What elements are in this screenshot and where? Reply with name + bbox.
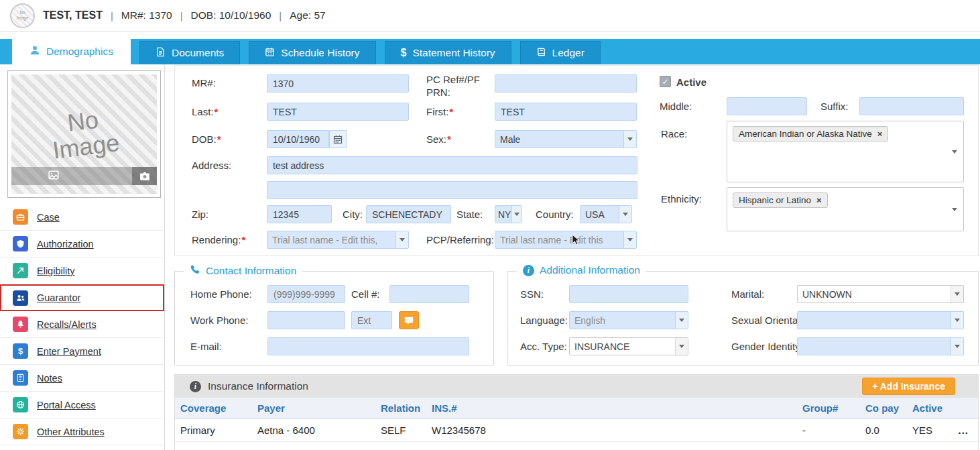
address-line1-input[interactable] xyxy=(267,156,637,174)
sms-chat-button[interactable] xyxy=(399,311,419,329)
ethnicity-tag-text: Hispanic or Latino xyxy=(739,195,811,205)
cell-coverage: Primary xyxy=(175,425,252,436)
home-phone-label: Home Phone: xyxy=(190,288,252,300)
shield-icon xyxy=(13,236,28,251)
patient-mr-number: MR#: 1370 xyxy=(121,9,172,21)
language-select[interactable]: English xyxy=(569,311,688,329)
suffix-label: Suffix: xyxy=(820,101,848,112)
city-input[interactable] xyxy=(366,205,451,223)
chevron-down-icon xyxy=(952,150,957,154)
ethnicity-tag: Hispanic or Latino × xyxy=(733,192,828,208)
calendar-picker-button[interactable] xyxy=(329,130,347,148)
chevron-down-icon xyxy=(951,286,963,302)
ethnicity-multiselect[interactable]: Hispanic or Latino × xyxy=(727,187,964,231)
home-phone-input[interactable] xyxy=(267,285,345,303)
avatar-no-image-text: No Image xyxy=(15,10,31,21)
pcref-input[interactable] xyxy=(495,74,637,93)
sidebar: No Image Case Authorization Eligibility xyxy=(0,64,165,450)
photo-toolbar xyxy=(11,167,157,185)
payer-link[interactable]: Aetna - 6400 xyxy=(252,425,375,436)
patient-header: No Image TEST, TEST | MR#: 1370 | DOB: 1… xyxy=(0,0,980,32)
book-icon xyxy=(536,47,546,60)
last-name-input[interactable] xyxy=(267,103,409,121)
first-name-input[interactable] xyxy=(495,103,637,121)
tab-statement-history[interactable]: $ Statement History xyxy=(385,41,511,64)
people-icon xyxy=(13,290,28,306)
separator: | xyxy=(279,10,282,21)
row-actions-menu[interactable]: ... xyxy=(950,425,978,436)
tab-schedule-history[interactable]: Schedule History xyxy=(249,41,375,64)
sidebar-item-enter-payment[interactable]: $ Enter Payment xyxy=(0,338,164,365)
patient-photo-placeholder: No Image xyxy=(7,70,161,198)
state-select[interactable]: NY xyxy=(495,205,522,223)
pcp-referring-select[interactable]: Trial last name - Edit this xyxy=(495,231,637,249)
app-root: No Image TEST, TEST | MR#: 1370 | DOB: 1… xyxy=(0,0,980,450)
ssn-input[interactable] xyxy=(569,285,688,303)
sidebar-item-recalls-alerts[interactable]: Recalls/Alerts xyxy=(0,311,164,338)
picture-icon[interactable] xyxy=(48,170,59,183)
zip-input[interactable] xyxy=(267,205,332,223)
contact-information-panel: Contact Information Home Phone: Cell #: … xyxy=(174,271,494,365)
additional-information-panel: i Additional Information SSN: Marital: U… xyxy=(507,271,979,365)
no-image-text: No Image xyxy=(38,104,130,165)
notes-icon xyxy=(13,370,28,386)
briefcase-icon xyxy=(13,209,28,225)
column-copay: Co pay xyxy=(860,402,907,414)
chevron-down-icon xyxy=(623,231,636,248)
no-image-area: No Image xyxy=(11,74,157,194)
column-relation: Relation xyxy=(375,402,426,414)
camera-icon[interactable] xyxy=(132,167,157,185)
separator: | xyxy=(180,10,183,21)
dollar-icon: $ xyxy=(13,343,28,359)
active-checkbox[interactable]: ✓ xyxy=(660,76,671,87)
email-input[interactable] xyxy=(267,337,469,355)
dob-input[interactable] xyxy=(267,130,329,148)
account-type-label: Acc. Type: xyxy=(520,341,567,352)
gender-identity-label: Gender Identity: xyxy=(731,341,803,352)
sidebar-item-portal-access[interactable]: Portal Access xyxy=(0,392,164,418)
sexual-orientation-select[interactable] xyxy=(797,311,964,329)
work-ext-input[interactable] xyxy=(351,311,392,329)
patient-name: TEST, TEST xyxy=(43,9,103,21)
country-select[interactable]: USA xyxy=(580,205,632,223)
tab-demographics[interactable]: Demographics xyxy=(12,39,131,64)
account-type-select[interactable]: INSURANCE xyxy=(569,337,688,355)
sidebar-item-guarantor[interactable]: Guarantor xyxy=(0,284,164,311)
cell-phone-input[interactable] xyxy=(389,285,469,303)
race-multiselect[interactable]: American Indian or Alaska Native × xyxy=(727,121,964,182)
middle-name-input[interactable] xyxy=(727,97,807,115)
sidebar-item-notes[interactable]: Notes xyxy=(0,365,164,392)
mr-input[interactable] xyxy=(267,74,409,93)
sidebar-item-case[interactable]: Case xyxy=(0,204,164,231)
sidebar-item-authorization[interactable]: Authorization xyxy=(0,231,164,258)
tab-documents[interactable]: Documents xyxy=(139,41,240,64)
tab-label: Statement History xyxy=(412,47,495,59)
mr-label: MR#: xyxy=(192,77,216,89)
dob-label: DOB:* xyxy=(192,133,221,145)
pcp-referring-value: Trial last name - Edit this xyxy=(495,235,623,245)
race-tag-text: American Indian or Alaska Native xyxy=(739,129,872,139)
address-line2-input[interactable] xyxy=(267,181,637,199)
sidebar-item-eligibility[interactable]: Eligibility xyxy=(0,258,164,284)
work-phone-input[interactable] xyxy=(267,311,345,329)
marital-select[interactable]: UNKNOWN xyxy=(797,285,964,303)
add-insurance-button[interactable]: + Add Insurance xyxy=(862,378,955,395)
suffix-input[interactable] xyxy=(859,97,964,115)
email-label: E-mail: xyxy=(190,341,222,352)
gender-identity-select[interactable] xyxy=(797,337,964,355)
close-icon[interactable]: × xyxy=(877,129,883,139)
chevron-down-icon xyxy=(395,231,408,248)
column-ins-number: INS.# xyxy=(426,402,797,414)
pcp-referring-label: PCP/Referring: xyxy=(426,234,494,245)
state-value: NY xyxy=(495,209,511,220)
active-label: Active xyxy=(676,76,707,88)
sidebar-item-other-attributes[interactable]: Other Attributes xyxy=(0,418,164,445)
tab-label: Demographics xyxy=(46,46,113,58)
tab-label: Documents xyxy=(172,47,224,59)
sex-value: Male xyxy=(495,134,623,145)
tab-ledger[interactable]: Ledger xyxy=(520,41,601,64)
sex-select[interactable]: Male xyxy=(495,130,637,148)
close-icon[interactable]: × xyxy=(816,195,822,205)
rendering-select[interactable]: Trial last name - Edit this, xyxy=(267,231,409,249)
address-label: Address: xyxy=(192,160,231,171)
